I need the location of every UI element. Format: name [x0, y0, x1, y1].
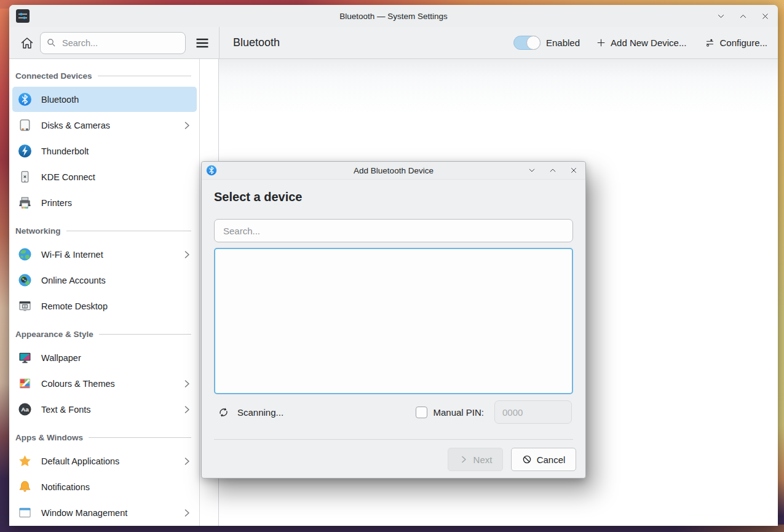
sidebar-item-wi-fi-internet[interactable]: Wi-Fi & Internet: [12, 242, 197, 267]
maximize-icon[interactable]: [737, 10, 748, 22]
wallpaper-icon: [18, 351, 32, 365]
window-titlebar[interactable]: Bluetooth — System Settings: [9, 5, 778, 27]
sidebar-list: Connected DevicesBluetoothDisks & Camera…: [9, 59, 200, 526]
colours-icon: [18, 376, 32, 391]
svg-text:Aa: Aa: [21, 406, 29, 413]
next-button[interactable]: Next: [448, 448, 503, 471]
add-new-device-button[interactable]: Add New Device...: [596, 38, 686, 48]
dialog-close-icon[interactable]: [568, 165, 579, 176]
kde-connect-icon: [18, 170, 32, 184]
sidebar-item-notifications[interactable]: Notifications: [12, 474, 197, 499]
sidebar-section-header: Appearance & Style: [15, 329, 191, 339]
sidebar-item-label: Wallpaper: [41, 353, 192, 363]
sidebar-section-header: Apps & Windows: [15, 432, 191, 442]
hamburger-menu-icon[interactable]: [194, 35, 210, 51]
toggle-label: Enabled: [546, 38, 580, 48]
sidebar-item-label: Thunderbolt: [41, 146, 192, 156]
dialog-minimize-icon[interactable]: [526, 165, 537, 176]
bluetooth-enabled-toggle[interactable]: [513, 36, 540, 50]
settings-search-box[interactable]: [40, 32, 186, 54]
sidebar-item-remote-desktop[interactable]: Remote Desktop: [12, 293, 197, 319]
cancel-button[interactable]: Cancel: [511, 448, 576, 471]
sidebar-item-label: KDE Connect: [41, 172, 192, 182]
plus-icon: [596, 38, 606, 48]
online-accounts-icon: [18, 273, 32, 287]
pin-input[interactable]: [494, 400, 572, 424]
remote-desktop-icon: [18, 299, 32, 313]
star-icon: [18, 454, 32, 468]
minimize-icon[interactable]: [715, 10, 726, 22]
device-search-box[interactable]: [214, 219, 573, 242]
sidebar-item-label: Wi-Fi & Internet: [41, 250, 182, 260]
cancel-button-label: Cancel: [537, 455, 566, 465]
dialog-separator: [214, 439, 573, 440]
close-icon[interactable]: [759, 10, 770, 22]
sidebar-item-label: Online Accounts: [41, 276, 192, 285]
bell-icon: [18, 480, 32, 494]
sidebar-item-label: Remote Desktop: [41, 301, 192, 311]
sidebar-item-label: Text & Fonts: [41, 405, 182, 415]
manual-pin-checkbox[interactable]: [416, 407, 427, 418]
settings-search-input[interactable]: [61, 38, 179, 49]
refresh-spinner-icon: [218, 407, 229, 418]
sidebar-item-default-applications[interactable]: Default Applications: [12, 448, 197, 474]
device-list[interactable]: [214, 248, 573, 394]
add-bluetooth-device-dialog: Add Bluetooth Device Select a device Sca…: [201, 161, 586, 478]
sidebar-item-label: Notifications: [41, 482, 192, 492]
page-title: Bluetooth: [233, 36, 280, 49]
chevron-right-icon: [182, 405, 192, 415]
manual-pin-label: Manual PIN:: [433, 407, 484, 418]
sidebar-item-label: Bluetooth: [41, 95, 192, 105]
system-settings-window: Bluetooth — System Settings Bluetooth En…: [9, 5, 778, 526]
sidebar-item-label: Colours & Themes: [41, 379, 182, 389]
sidebar-item-disks-cameras[interactable]: Disks & Cameras: [12, 113, 197, 138]
sidebar-section-header: Connected Devices: [15, 71, 191, 81]
add-new-device-label: Add New Device...: [611, 38, 686, 48]
prohibition-icon: [522, 455, 532, 464]
sidebar-item-label: Window Management: [41, 508, 182, 518]
device-search-input[interactable]: [222, 225, 565, 237]
thunderbolt-icon: [18, 144, 32, 158]
sidebar-item-online-accounts[interactable]: Online Accounts: [12, 268, 197, 293]
sidebar-item-thunderbolt[interactable]: Thunderbolt: [12, 138, 197, 164]
sidebar-item-label: Default Applications: [41, 456, 182, 466]
search-icon: [47, 38, 56, 47]
sidebar-item-colours-themes[interactable]: Colours & Themes: [12, 371, 197, 396]
window-icon: [18, 506, 32, 520]
home-button[interactable]: [20, 36, 34, 50]
sidebar-item-text-fonts[interactable]: AaText & Fonts: [12, 397, 197, 422]
sidebar-item-label: Printers: [41, 198, 192, 208]
dialog-titlebar[interactable]: Add Bluetooth Device: [202, 162, 585, 180]
window-title: Bluetooth — System Settings: [9, 12, 778, 21]
sidebar-item-label: Disks & Cameras: [41, 121, 182, 130]
toolbar-separator: [219, 27, 220, 58]
sidebar-item-printers[interactable]: Printers: [12, 190, 197, 215]
toggle-knob: [526, 36, 540, 50]
dialog-maximize-icon[interactable]: [547, 165, 558, 176]
configure-sliders-icon: [705, 38, 715, 48]
printer-icon: [18, 196, 32, 210]
dialog-heading: Select a device: [214, 190, 302, 204]
disk-icon: [18, 118, 32, 132]
scanning-status: Scanning...: [237, 407, 283, 418]
chevron-right-icon: [182, 250, 192, 260]
next-button-label: Next: [473, 455, 493, 465]
fonts-icon: Aa: [18, 402, 32, 416]
main-toolbar: Bluetooth Enabled Add New Device... Conf…: [9, 27, 778, 59]
sidebar-item-window-management[interactable]: Window Management: [12, 500, 197, 525]
chevron-right-icon: [182, 456, 192, 466]
bluetooth-icon: [18, 92, 32, 106]
sidebar-item-kde-connect[interactable]: KDE Connect: [12, 164, 197, 189]
configure-label: Configure...: [719, 38, 767, 48]
sidebar-item-bluetooth[interactable]: Bluetooth: [12, 87, 197, 112]
sidebar-section-header: Networking: [15, 226, 191, 236]
configure-button[interactable]: Configure...: [705, 38, 767, 48]
chevron-right-icon: [182, 121, 192, 130]
sidebar-item-wallpaper[interactable]: Wallpaper: [12, 345, 197, 370]
globe-icon: [18, 247, 32, 261]
chevron-right-icon: [182, 508, 192, 518]
chevron-right-icon: [182, 379, 192, 389]
chevron-right-icon: [459, 455, 469, 464]
